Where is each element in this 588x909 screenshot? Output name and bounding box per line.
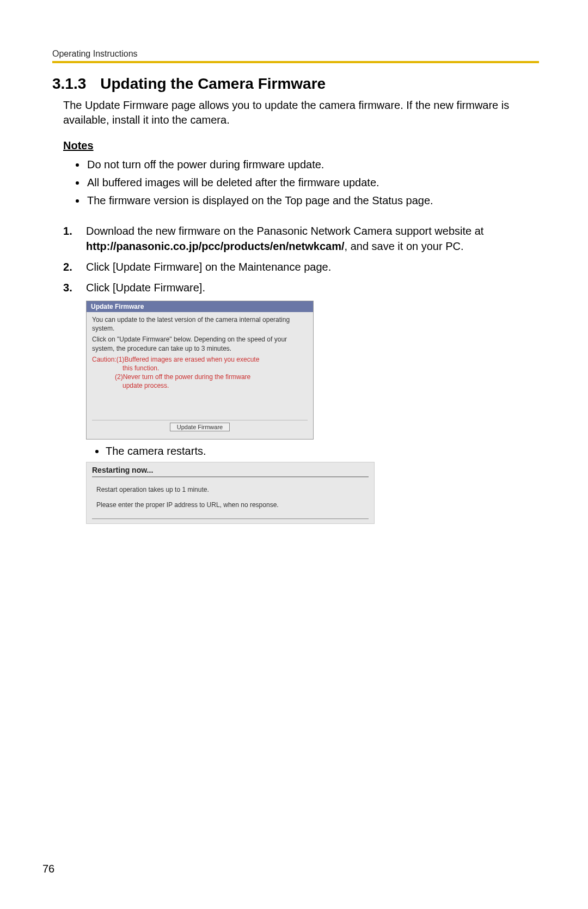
section-title-text: Updating the Camera Firmware	[100, 75, 326, 92]
restarting-rule	[92, 477, 369, 477]
page-number: 76	[42, 863, 54, 875]
step-text: , and save it on your PC.	[345, 240, 464, 252]
caution-text: Buffered images are erased when you exec…	[124, 356, 259, 363]
dialog-button-row: Update Firmware	[92, 423, 308, 434]
running-header: Operating Instructions	[52, 49, 539, 59]
notes-heading: Notes	[63, 139, 539, 152]
sub-bullet-item: The camera restarts.	[106, 445, 539, 457]
restarting-dialog: Restarting now... Restart operation take…	[86, 462, 375, 524]
dialog-caution: Caution:(1)Buffered images are erased wh…	[92, 355, 308, 391]
note-item: The firmware version is displayed on the…	[86, 192, 539, 209]
update-firmware-dialog: Update Firmware You can update to the la…	[86, 301, 314, 440]
caution-text: Never turn off the power during the firm…	[123, 373, 251, 381]
restarting-line: Please enter the proper IP address to UR…	[87, 501, 374, 516]
sub-bullet-list: The camera restarts.	[106, 445, 539, 457]
dialog-separator	[92, 420, 308, 420]
dialog-body: You can update to the latest version of …	[87, 312, 313, 439]
caution-num-inner: (2)	[115, 373, 123, 381]
note-item: All buffered images will be deleted afte…	[86, 174, 539, 191]
caution-label: Caution:	[92, 355, 117, 364]
restarting-line: Restart operation takes up to 1 minute.	[87, 486, 374, 501]
document-page: Operating Instructions 3.1.3Updating the…	[0, 0, 588, 909]
section-heading: 3.1.3Updating the Camera Firmware	[52, 75, 539, 93]
update-firmware-button[interactable]: Update Firmware	[170, 423, 230, 431]
restarting-rule	[92, 518, 369, 519]
dialog-titlebar: Update Firmware	[87, 301, 313, 312]
notes-list: Do not turn off the power during firmwar…	[86, 156, 539, 209]
step-item: Download the new firmware on the Panason…	[63, 223, 539, 254]
intro-paragraph: The Update Firmware page allows you to u…	[63, 98, 539, 127]
step-item: Click [Update Firmware] on the Maintenan…	[63, 259, 539, 274]
note-item: Do not turn off the power during firmwar…	[86, 156, 539, 173]
section-number: 3.1.3	[52, 75, 86, 93]
caution-text: this function.	[92, 364, 308, 373]
step-item: Click [Update Firmware].	[63, 280, 539, 295]
restarting-title: Restarting now...	[87, 462, 374, 477]
caution-num: (2)Never turn off the power during the f…	[92, 373, 308, 381]
caution-text: update process.	[92, 381, 308, 390]
dialog-description: Click on "Update Firmware" below. Depend…	[92, 335, 308, 352]
header-rule	[52, 61, 539, 63]
caution-num: (1)	[117, 356, 125, 363]
dialog-description: You can update to the latest version of …	[92, 315, 308, 333]
steps-list: Download the new firmware on the Panason…	[63, 223, 539, 295]
step-url: http://panasonic.co.jp/pcc/products/en/n…	[86, 240, 345, 252]
step-text: Download the new firmware on the Panason…	[86, 225, 483, 237]
